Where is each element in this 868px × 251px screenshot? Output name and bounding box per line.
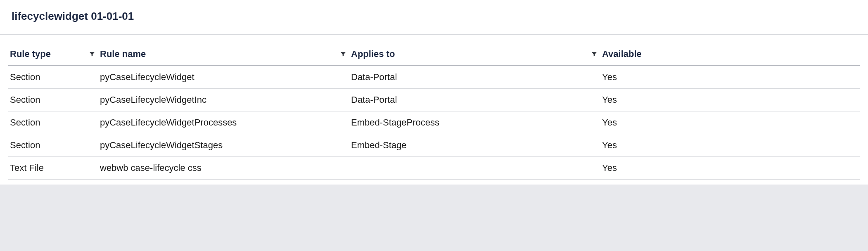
cell-rule-type: Section <box>8 66 98 89</box>
cell-rule-name: webwb case-lifecycle css <box>98 157 349 180</box>
col-header-label: Rule name <box>100 49 146 59</box>
col-header-rule-type[interactable]: Rule type <box>8 45 98 66</box>
cell-rule-name: pyCaseLifecycleWidgetInc <box>98 89 349 111</box>
col-header-label: Applies to <box>351 49 395 59</box>
table-row[interactable]: Text Filewebwb case-lifecycle cssYes <box>8 157 860 180</box>
cell-available: Yes <box>600 134 860 157</box>
table-row[interactable]: SectionpyCaseLifecycleWidgetProcessesEmb… <box>8 111 860 134</box>
filter-icon[interactable] <box>590 50 599 59</box>
col-header-applies-to[interactable]: Applies to <box>349 45 600 66</box>
table-row[interactable]: SectionpyCaseLifecycleWidgetIncData-Port… <box>8 89 860 111</box>
filter-icon[interactable] <box>88 50 97 59</box>
table-row[interactable]: SectionpyCaseLifecycleWidgetStagesEmbed-… <box>8 134 860 157</box>
table-row[interactable]: SectionpyCaseLifecycleWidgetData-PortalY… <box>8 66 860 89</box>
cell-rule-type: Section <box>8 111 98 134</box>
page-title: lifecyclewidget 01-01-01 <box>12 10 856 23</box>
cell-applies-to: Data-Portal <box>349 66 600 89</box>
rules-table: Rule type Rule name <box>8 45 860 180</box>
col-header-rule-name[interactable]: Rule name <box>98 45 349 66</box>
cell-available: Yes <box>600 157 860 180</box>
main-panel: lifecyclewidget 01-01-01 Rule type <box>0 0 868 185</box>
cell-rule-type: Text File <box>8 157 98 180</box>
cell-applies-to <box>349 157 600 180</box>
cell-available: Yes <box>600 89 860 111</box>
cell-rule-name: pyCaseLifecycleWidgetProcesses <box>98 111 349 134</box>
filter-icon[interactable] <box>339 50 348 59</box>
col-header-available[interactable]: Available <box>600 45 860 66</box>
col-header-label: Available <box>602 49 642 59</box>
cell-applies-to: Embed-StageProcess <box>349 111 600 134</box>
footer-band <box>0 185 868 200</box>
panel-header: lifecyclewidget 01-01-01 <box>0 0 868 35</box>
cell-applies-to: Embed-Stage <box>349 134 600 157</box>
cell-applies-to: Data-Portal <box>349 89 600 111</box>
col-header-label: Rule type <box>10 49 51 59</box>
cell-available: Yes <box>600 66 860 89</box>
table-header-row: Rule type Rule name <box>8 45 860 66</box>
cell-rule-name: pyCaseLifecycleWidgetStages <box>98 134 349 157</box>
cell-rule-name: pyCaseLifecycleWidget <box>98 66 349 89</box>
cell-available: Yes <box>600 111 860 134</box>
cell-rule-type: Section <box>8 134 98 157</box>
cell-rule-type: Section <box>8 89 98 111</box>
rules-table-wrap: Rule type Rule name <box>0 35 868 185</box>
